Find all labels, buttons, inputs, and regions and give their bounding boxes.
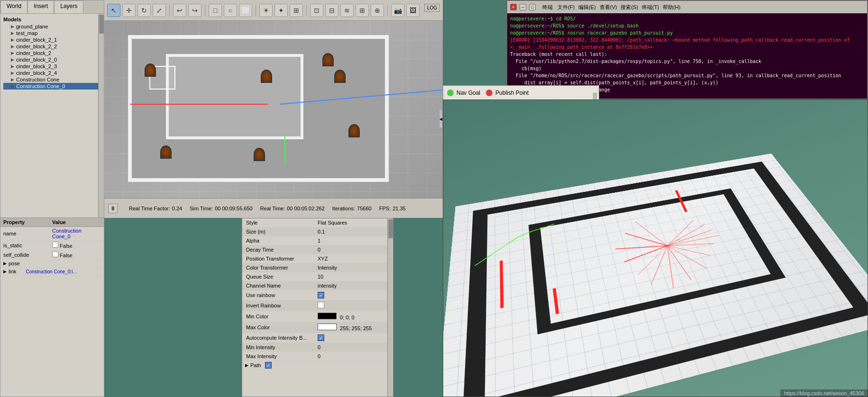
path-expand-icon: ▶	[245, 363, 248, 368]
select-tool-button[interactable]: ↖	[107, 4, 120, 17]
box-button[interactable]: □	[209, 4, 222, 17]
autocompute-checkbox[interactable]: ✓	[318, 334, 324, 341]
link-row[interactable]: ▶ link Construction Cone_0:l...	[0, 268, 104, 276]
publish-point-item[interactable]: Publish Point	[486, 90, 529, 96]
tree-item-construction-cone-0[interactable]: ▶ Construction Cone_0	[3, 83, 101, 90]
real-time-item: Real Time: 00 00:05:02.262	[260, 206, 325, 211]
terminal-line-3: no@persevere:~/ROS$ rosrun racecar_gazeb…	[510, 29, 864, 36]
grid-button[interactable]: ⊞	[290, 4, 303, 17]
publish-point-icon	[486, 90, 493, 96]
prop-size-value: 0.1	[318, 229, 389, 235]
wall-left	[462, 208, 487, 397]
nav-goal-icon	[447, 90, 454, 96]
rviz-panel[interactable]	[443, 99, 868, 397]
scale-tool-button[interactable]: ⤢	[153, 4, 166, 17]
menu-file[interactable]: 文件(F)	[557, 4, 575, 11]
pause-button[interactable]: ⏸	[108, 204, 118, 213]
tree-item-cinder-2-3[interactable]: ▶ cinder_block_2_3	[3, 63, 101, 70]
props-bottom-scrollbar[interactable]	[387, 218, 393, 397]
tree-item-cinder-2-4[interactable]: ▶ cinder_block_2_4	[3, 70, 101, 76]
svg-line-3	[667, 237, 714, 253]
tree-item-cinder-2[interactable]: ▶ cinder_block_2	[3, 50, 101, 56]
cone-3[interactable]	[261, 70, 272, 83]
prop-color-transform-value: Intensity	[318, 265, 389, 271]
terminal-window: × ─ □ 终端 文件(F) 编辑(E) 查看(V) 搜索(S) 终端(T) 帮…	[506, 0, 868, 99]
spot-light-button[interactable]: ✦	[274, 4, 288, 17]
svg-line-10	[631, 246, 676, 275]
prop-invert-rainbow-row: Invert Rainbow	[242, 300, 393, 311]
models-header: Models	[3, 16, 101, 23]
tree-item-test-map[interactable]: ▶ test_map	[3, 30, 101, 36]
scene-area[interactable]: ◀	[104, 21, 443, 198]
svg-line-9	[667, 235, 720, 246]
prop-decay-row: Decay Time 0	[242, 245, 393, 254]
camera-button[interactable]: 📷	[391, 4, 404, 17]
cone-6[interactable]	[348, 124, 360, 137]
cone-1[interactable]	[145, 63, 156, 77]
undo-button[interactable]: ↩	[173, 4, 186, 17]
inner-wall-top	[529, 189, 733, 230]
models-scrollbar[interactable]	[98, 14, 104, 217]
invert-rainbow-checkbox[interactable]	[318, 302, 324, 308]
self-collide-checkbox[interactable]	[52, 251, 58, 257]
scene-grid: ◀	[104, 21, 443, 198]
prop-autocompute-name: Autocompute Intensity B...	[246, 335, 318, 341]
terminal-line-8: File "/home/no/ROS/src/racecar/racecar_g…	[510, 72, 864, 79]
point-light-button[interactable]: ☀	[259, 4, 273, 17]
path-checkbox[interactable]: ✓	[265, 362, 272, 369]
tree-item-cinder-2-0[interactable]: ▶ cinder_block_2_0	[3, 56, 101, 63]
pose-expand-icon: ▶	[3, 261, 7, 266]
tree-item-construction-cone[interactable]: ▶ Construction Cone	[3, 76, 101, 83]
prop-min-color-row: Min Color 0; 0; 0	[242, 311, 393, 322]
prop-pos-transform-row: Position Transformer XYZ	[242, 254, 393, 263]
tape-button[interactable]: ≋	[340, 4, 354, 17]
terminal-titlebar: × ─ □ 终端 文件(F) 编辑(E) 查看(V) 搜索(S) 终端(T) 帮…	[507, 1, 867, 13]
move-tool-button[interactable]: ✛	[122, 4, 136, 17]
cone-7[interactable]	[160, 145, 172, 159]
scene-collapse-handle[interactable]: ◀	[439, 109, 443, 128]
tab-world[interactable]: World	[0, 0, 27, 13]
tree-item-ground-plane[interactable]: ▶ ground_plane	[3, 23, 101, 30]
menu-view[interactable]: 查看(V)	[600, 4, 617, 11]
tab-layers[interactable]: Layers	[54, 0, 83, 13]
terminal-min-button[interactable]: ─	[520, 4, 526, 10]
paste-button[interactable]: ⊟	[325, 4, 338, 17]
prop-decay-name: Decay Time	[246, 247, 318, 253]
max-color-swatch[interactable]	[318, 324, 337, 330]
prop-path-row[interactable]: ▶ Path ✓	[242, 361, 393, 370]
redo-button[interactable]: ↪	[188, 4, 201, 17]
tree-item-cinder-2-2[interactable]: ▶ cinder_block_2_2	[3, 43, 101, 50]
prop-alpha-row: Alpha 1	[242, 236, 393, 245]
menu-search[interactable]: 搜索(S)	[621, 4, 638, 11]
prop-max-intensity-row: Max Intensity 0	[242, 352, 393, 361]
terminal-close-button[interactable]: ×	[510, 4, 517, 10]
cylinder-button[interactable]: ⬜	[239, 4, 252, 17]
log-button[interactable]: LOG	[424, 4, 440, 12]
svg-line-5	[667, 241, 706, 274]
menu-help[interactable]: 帮助(H)	[663, 4, 680, 11]
nav-goal-item[interactable]: Nav Goal	[447, 90, 480, 96]
pose-row[interactable]: ▶ pose	[0, 260, 104, 268]
sphere-button[interactable]: ○	[224, 4, 237, 17]
screenshot-button[interactable]: 🖼	[406, 4, 420, 17]
is-static-checkbox[interactable]	[52, 242, 58, 248]
tree-item-cinder-2-1[interactable]: ▶ cinder_block_2_1	[3, 36, 101, 43]
cone-2[interactable]	[254, 148, 265, 161]
prop-self-collide-row: self_collide False	[0, 250, 104, 260]
inner-wall-bottom	[537, 271, 786, 334]
tab-insert[interactable]: Insert	[27, 0, 54, 13]
menu-terminal[interactable]: 终端(T)	[642, 4, 659, 11]
copy-button[interactable]: ⊡	[310, 4, 323, 17]
menu-edit[interactable]: 编辑(E)	[578, 4, 596, 11]
min-color-swatch[interactable]	[318, 313, 337, 319]
rviz-scene	[443, 100, 868, 397]
align-button[interactable]: ⊞	[356, 4, 369, 17]
cone-4[interactable]	[322, 53, 334, 66]
use-rainbow-checkbox[interactable]: ✓	[318, 292, 324, 298]
snap-button[interactable]: ⊕	[371, 4, 384, 17]
cone-5[interactable]	[334, 70, 346, 83]
rotate-tool-button[interactable]: ↻	[137, 4, 151, 17]
terminal-max-button[interactable]: □	[529, 4, 536, 10]
prop-autocompute-row: Autocompute Intensity B... ✓	[242, 333, 393, 343]
prop-decay-value: 0	[318, 247, 389, 253]
